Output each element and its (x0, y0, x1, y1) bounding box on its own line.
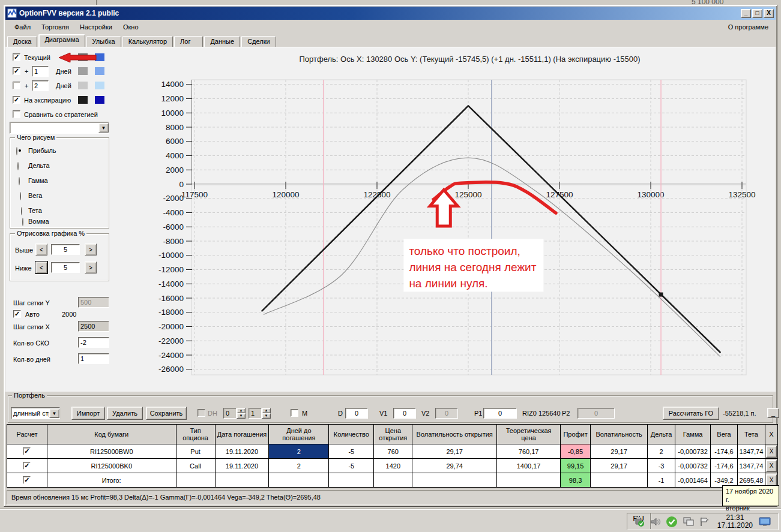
cell-qty[interactable]: -5 (329, 444, 374, 459)
cell-date[interactable]: 19.11.2020 (215, 444, 269, 459)
cell-open_price[interactable]: 1420 (374, 459, 412, 473)
cell-type[interactable] (176, 473, 215, 488)
cko-field[interactable]: -2 (78, 337, 109, 348)
tab-deals[interactable]: Сделки (241, 36, 276, 47)
radio-gamma[interactable] (19, 177, 20, 185)
above-decrease-button[interactable]: < (35, 244, 47, 256)
cell-qty[interactable] (329, 473, 374, 488)
radio-vega[interactable] (20, 192, 21, 200)
radio-profit[interactable] (16, 147, 17, 155)
cell-days[interactable]: 2 (269, 459, 329, 473)
expiration-checkbox[interactable]: ✓ (13, 96, 20, 104)
cell-type[interactable]: Put (176, 444, 215, 459)
cell-date[interactable]: 19.11.2020 (215, 459, 269, 473)
dh-spinner-1[interactable]: 0 ▲▼ (223, 408, 246, 419)
days-count-field[interactable]: 1 (78, 353, 109, 364)
row-calc-checkbox[interactable]: ✓ (23, 447, 31, 455)
cell-profit[interactable]: -0,85 (561, 444, 591, 459)
calc-go-button[interactable]: Рассчитать ГО (663, 407, 719, 420)
strategy-select-arrow-icon[interactable]: ▼ (98, 123, 109, 133)
radio-delta[interactable] (17, 162, 19, 170)
cell-profit[interactable]: 98,3 (561, 473, 591, 488)
plus2-checkbox[interactable]: ✓ (13, 82, 20, 89)
cell-delta[interactable]: -3 (648, 459, 675, 473)
remove-row-button[interactable]: X (766, 474, 777, 486)
calc-cell[interactable]: ✓ (7, 444, 47, 459)
save-button[interactable]: Сохранить (146, 407, 187, 420)
import-button[interactable]: Импорт (71, 407, 105, 420)
spin2-up-icon[interactable]: ▲ (262, 408, 271, 413)
tab-data[interactable]: Данные (204, 36, 240, 47)
m-checkbox[interactable] (291, 409, 298, 417)
cell-theor[interactable]: 760,17 (497, 444, 561, 459)
dh-spinner-2[interactable]: 1 ▲▼ (249, 408, 271, 419)
d-field[interactable]: 0 (345, 408, 368, 419)
maximize-button[interactable]: □ (752, 9, 762, 18)
above-value-field[interactable]: 5 (51, 244, 80, 255)
spin1-down-icon[interactable]: ▼ (237, 413, 246, 419)
row-calc-checkbox[interactable]: ✓ (23, 462, 31, 470)
cell-theor[interactable] (497, 473, 561, 488)
cell-open_vol[interactable]: 29,17 (412, 444, 497, 459)
portfolio-select-arrow-icon[interactable]: ▼ (49, 408, 59, 418)
radio-vomma[interactable] (22, 218, 23, 226)
remove-row-button[interactable]: X (766, 446, 777, 458)
cell-vega[interactable]: -174,6 (710, 459, 737, 473)
cell-gamma[interactable]: -0,000732 (675, 459, 711, 473)
cell-days[interactable]: 2 (269, 444, 329, 459)
cell-open_price[interactable] (374, 473, 412, 488)
auto-checkbox[interactable]: ✓ (13, 310, 21, 318)
menu-settings[interactable]: Настройки (74, 22, 118, 32)
current-checkbox[interactable]: ✓ (13, 53, 20, 61)
portfolio-select[interactable]: длинный стре ▼ (11, 407, 60, 419)
flag-icon[interactable] (699, 516, 711, 527)
compare-strategy-checkbox[interactable]: ✓ (13, 110, 20, 118)
below-value-field[interactable]: 5 (51, 262, 80, 273)
menu-file[interactable]: Файл (9, 22, 36, 32)
cell-code[interactable]: Итого: (47, 473, 176, 488)
cell-delta[interactable]: 2 (648, 444, 675, 459)
calc-cell[interactable]: ✓ (7, 473, 47, 488)
cell-theta[interactable]: 1347,74 (737, 459, 765, 473)
cell-vol[interactable]: 29,17 (591, 444, 648, 459)
menu-trading[interactable]: Торговля (36, 22, 74, 32)
remove-row-button[interactable]: X (766, 460, 777, 472)
grid-x-field[interactable]: 2500 (78, 321, 109, 332)
tab-smile[interactable]: Улыбка (86, 36, 121, 47)
volume-icon[interactable] (650, 516, 661, 527)
radio-theta[interactable] (21, 207, 22, 215)
cell-type[interactable]: Call (176, 459, 215, 473)
chart-canvas[interactable]: 14000120001000080006000400020000-2000-40… (115, 47, 779, 392)
v1-field[interactable]: 0 (393, 408, 416, 419)
cell-date[interactable] (215, 473, 269, 488)
p1-field[interactable]: 0 (483, 408, 517, 419)
network-icon[interactable] (683, 516, 695, 527)
cell-open_vol[interactable]: 29,74 (412, 459, 497, 473)
plus2-days-input[interactable]: 2 (32, 80, 49, 91)
delete-button[interactable]: Удалить (107, 407, 143, 420)
cell-gamma[interactable]: -0,000732 (675, 444, 711, 459)
cell-days[interactable] (269, 473, 329, 488)
cell-gamma[interactable]: -0,001464 (675, 473, 711, 488)
below-increase-button[interactable]: > (85, 262, 97, 273)
cell-delta[interactable]: -1 (648, 473, 675, 488)
plus1-checkbox[interactable]: ✓ (13, 67, 20, 75)
cell-theta[interactable]: 1347,74 (737, 444, 765, 459)
menu-about[interactable]: О программе (725, 22, 772, 32)
sync-ok-icon[interactable] (666, 516, 678, 528)
above-increase-button[interactable]: > (85, 244, 97, 256)
cell-vol[interactable]: 29,17 (591, 459, 648, 473)
cell-vega[interactable]: -174,6 (710, 444, 737, 459)
tab-diagram[interactable]: Диаграмма (38, 34, 85, 47)
dh-checkbox[interactable] (198, 409, 205, 417)
tab-log[interactable]: Лог (174, 36, 203, 47)
cell-code[interactable]: RI125000BW0 (47, 444, 176, 459)
close-button[interactable]: X (764, 9, 774, 18)
tab-calculator[interactable]: Калькулятор (122, 36, 173, 47)
plus1-days-input[interactable]: 1 (32, 66, 49, 77)
cell-vol[interactable] (591, 473, 648, 488)
spin2-down-icon[interactable]: ▼ (262, 413, 271, 419)
spin1-up-icon[interactable]: ▲ (237, 408, 246, 413)
show-desktop-icon[interactable] (759, 516, 772, 527)
cell-theor[interactable]: 1400,17 (497, 459, 561, 473)
